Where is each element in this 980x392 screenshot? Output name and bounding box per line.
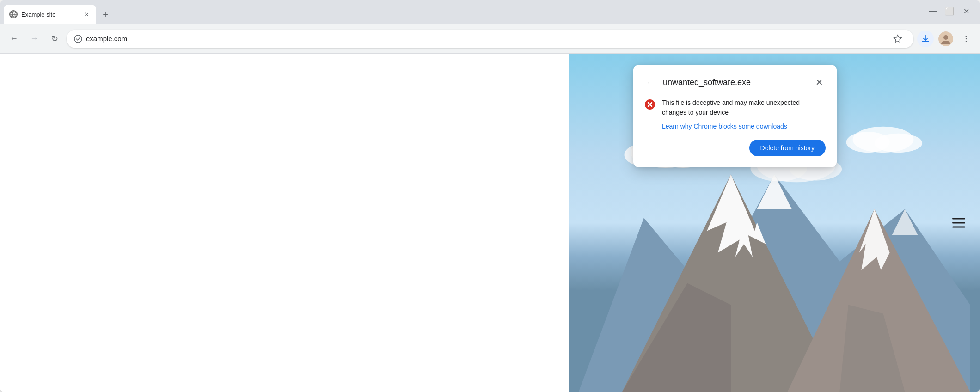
- svg-point-3: [943, 35, 948, 40]
- svg-point-1: [74, 35, 82, 43]
- svg-point-4: [966, 35, 967, 37]
- hamburger-line-3: [952, 227, 965, 228]
- browser-window: Example site ✕ + — ⬜ ✕ ← → ↻: [0, 0, 980, 392]
- download-blocked-popup: ← unwanted_software.exe ✕ This file is d…: [633, 65, 837, 167]
- forward-button[interactable]: →: [26, 31, 43, 47]
- popup-body: This file is deceptive and may make unex…: [644, 98, 826, 130]
- popup-header: ← unwanted_software.exe ✕: [644, 76, 826, 89]
- hamburger-line-2: [952, 222, 965, 224]
- page-menu-button[interactable]: [949, 214, 969, 232]
- popup-footer: Delete from history: [644, 140, 826, 156]
- warning-message-text: This file is deceptive and may make unex…: [662, 98, 826, 117]
- hamburger-line-1: [952, 218, 965, 220]
- back-button[interactable]: ←: [6, 31, 22, 47]
- tab-close-button[interactable]: ✕: [82, 10, 91, 18]
- minimize-button[interactable]: —: [926, 5, 939, 18]
- window-controls: — ⬜ ✕: [926, 5, 973, 18]
- tab-bar: Example site ✕ + — ⬜ ✕: [0, 0, 980, 24]
- page-left-area: [0, 54, 569, 392]
- error-icon: [644, 99, 655, 110]
- address-bar-container: ← → ↻ example.com: [0, 24, 980, 54]
- svg-point-6: [966, 41, 967, 42]
- chrome-menu-button[interactable]: [958, 31, 974, 47]
- tab-title: Example site: [21, 11, 79, 18]
- new-tab-button[interactable]: +: [98, 7, 113, 22]
- bookmark-button[interactable]: [889, 31, 906, 47]
- address-bar[interactable]: example.com: [67, 30, 913, 48]
- reload-button[interactable]: ↻: [46, 31, 63, 47]
- delete-from-history-button[interactable]: Delete from history: [749, 140, 826, 156]
- learn-more-link[interactable]: Learn why Chrome blocks some downloads: [662, 122, 787, 130]
- url-text: example.com: [86, 35, 886, 43]
- page-content: ← unwanted_software.exe ✕ This file is d…: [0, 54, 980, 392]
- popup-back-button[interactable]: ←: [644, 76, 657, 89]
- close-button[interactable]: ✕: [960, 5, 973, 18]
- popup-close-button[interactable]: ✕: [813, 76, 826, 89]
- active-tab[interactable]: Example site ✕: [4, 5, 96, 24]
- profile-button[interactable]: [937, 31, 954, 47]
- popup-message-area: This file is deceptive and may make unex…: [662, 98, 826, 130]
- user-avatar: [938, 31, 953, 46]
- tab-favicon: [9, 10, 18, 18]
- popup-filename: unwanted_software.exe: [663, 78, 807, 87]
- downloads-button[interactable]: [917, 31, 934, 47]
- security-icon: [74, 35, 82, 43]
- maximize-button[interactable]: ⬜: [943, 5, 956, 18]
- svg-point-21: [874, 134, 922, 153]
- svg-point-5: [966, 38, 967, 39]
